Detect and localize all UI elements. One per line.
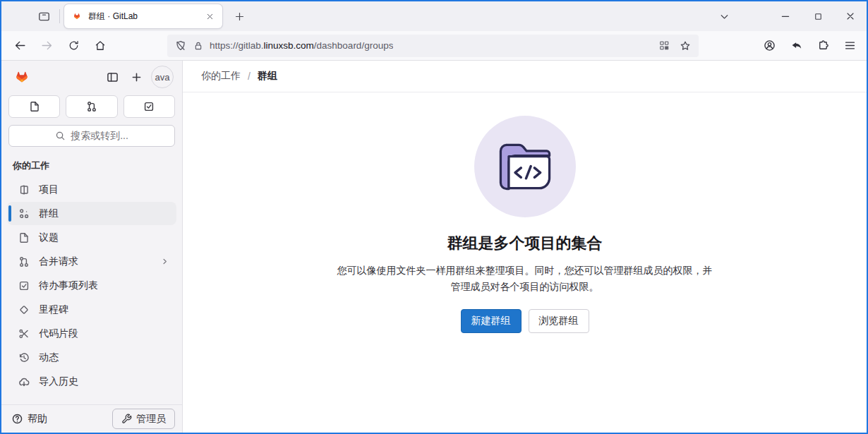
tracking-protection-icon[interactable] [174,40,187,52]
explore-groups-button[interactable]: 浏览群组 [529,309,589,333]
sidebar-item-todos[interactable]: 待办事项列表 [7,274,176,297]
importH-icon [18,376,30,387]
browser-tab[interactable]: 群组 · GitLab [64,4,222,28]
sidebar-item-activity[interactable]: 动态 [7,346,176,369]
plus-icon [131,71,143,83]
breadcrumb: 你的工作 / 群组 [183,61,867,92]
sidebar-footer: 帮助 管理员 [1,404,182,433]
account-button[interactable] [758,35,780,57]
sidebar-item-projects[interactable]: 项目 [7,178,176,201]
list-all-tabs-button[interactable] [713,5,735,28]
tab-separator [59,9,60,23]
account-icon [763,39,776,52]
sidebar-item-milestones[interactable]: 里程碑 [7,298,176,321]
forward-icon [40,39,54,52]
sidebar-shortcuts [8,95,175,118]
snippet-icon [18,328,30,339]
reload-button[interactable] [62,35,85,57]
sidebar-item-label: 议题 [39,231,59,244]
collapse-sidebar-button[interactable] [102,66,123,88]
sidebar-item-issues[interactable]: 议题 [7,226,176,249]
sidebar-section-label: 你的工作 [13,159,182,172]
close-icon [845,11,856,22]
lock-icon[interactable] [193,40,204,52]
groups-icon [18,208,30,219]
browser-window: 群组 · GitLab [0,0,868,434]
groups-empty-state: 群组是多个项目的集合 您可以像使用文件夹一样用群组来整理项目。同时，您还可以管理… [183,92,867,433]
main-panel: 你的工作 / 群组 群组是多个项目的集合 您可以像使用文件夹一样用群组来整理项目… [183,61,867,433]
help-button[interactable]: 帮助 [11,413,47,426]
project-icon [18,184,30,195]
empty-state-description: 您可以像使用文件夹一样用群组来整理项目。同时，您还可以管理群组成员的权限，并 管… [183,263,867,295]
url-text: https://gitlab.linuxsb.com/dashboard/gro… [210,40,393,51]
tab-title: 群组 · GitLab [88,11,195,23]
app-menu-button[interactable] [838,35,861,57]
breadcrumb-current: 群组 [258,70,277,83]
issues-icon [29,101,40,112]
undo-arrow-icon [790,39,803,52]
merge-icon [18,256,30,267]
search-placeholder: 搜索或转到... [71,130,128,143]
sidebar-item-groups[interactable]: 群组 [7,202,176,225]
hamburger-menu-icon [843,39,857,52]
back-button[interactable] [8,35,31,57]
sidebar-item-label: 群组 [39,207,59,220]
close-icon [205,12,215,21]
minimize-icon [780,11,791,22]
sidebar-item-merge-requests[interactable]: 合并请求 [7,250,176,273]
issues-icon [18,232,30,243]
code-folder-icon [491,139,559,194]
plus-icon [234,11,246,23]
todo-icon [18,280,30,291]
breadcrumb-separator: / [248,71,251,82]
restore-session-button[interactable] [785,35,807,57]
sidebar-item-import-history[interactable]: 导入历史 [7,370,176,393]
gitlab-logo[interactable] [11,66,32,88]
extensions-button[interactable] [812,35,834,57]
shortcut-todos-button[interactable] [123,95,175,118]
gitlab-sidebar: ava 搜索或转到... 你的工作 项目群组议题合并请求待办事项列表里程碑代码片… [1,61,183,433]
help-icon [11,413,23,425]
sidebar-menu: 项目群组议题合并请求待办事项列表里程碑代码片段动态导入历史 [1,174,182,398]
sidebar-item-label: 里程碑 [39,303,68,316]
tab-strip: 群组 · GitLab [1,1,867,31]
minimize-button[interactable] [769,1,802,31]
merge-request-icon [86,101,97,112]
empty-state-actions: 新建群组 浏览群组 [183,309,867,333]
forward-button[interactable] [35,35,58,57]
new-tab-button[interactable] [228,5,251,28]
sidebar-item-label: 项目 [39,183,59,196]
maximize-icon [813,11,824,22]
chevron-down-icon [718,11,730,23]
tab-manager-icon [37,10,51,23]
reload-icon [68,40,80,52]
admin-label: 管理员 [136,413,166,426]
shortcut-merge-requests-button[interactable] [66,95,117,118]
new-group-button[interactable]: 新建群组 [461,309,522,333]
activity-icon [18,352,30,363]
breadcrumb-parent[interactable]: 你的工作 [201,70,241,83]
gitlab-favicon [71,11,83,22]
admin-area-button[interactable]: 管理员 [112,409,175,429]
maximize-button[interactable] [802,1,834,31]
content-area: ava 搜索或转到... 你的工作 项目群组议题合并请求待办事项列表里程碑代码片… [1,61,867,433]
window-close-button[interactable] [834,1,867,31]
todo-check-icon [143,101,155,112]
user-avatar[interactable]: ava [151,66,174,88]
sidebar-item-label: 待办事项列表 [39,279,98,292]
back-icon [13,39,27,52]
puzzle-icon [816,39,830,52]
tab-close-button[interactable] [201,8,218,25]
url-bar[interactable]: https://gitlab.linuxsb.com/dashboard/gro… [167,35,699,57]
sidebar-panel-icon [107,71,119,83]
sidebar-item-snippets[interactable]: 代码片段 [7,322,176,345]
help-label: 帮助 [28,413,47,426]
shortcut-issues-button[interactable] [8,95,60,118]
home-button[interactable] [89,35,111,57]
tabstrip-right [713,1,867,31]
search-input[interactable]: 搜索或转到... [8,125,175,147]
tab-manager-button[interactable] [32,5,55,28]
bookmark-star-icon[interactable] [679,40,692,52]
create-new-button[interactable] [126,66,147,88]
qr-code-icon[interactable] [658,40,670,52]
